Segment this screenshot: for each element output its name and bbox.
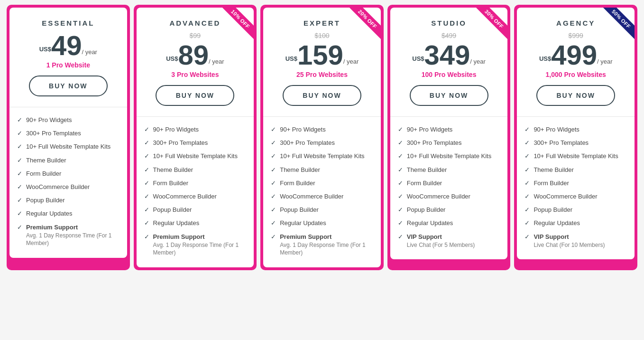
list-item: ✓300+ Pro Templates — [17, 129, 120, 138]
list-item: ✓Regular Updates — [524, 219, 627, 227]
feature-sublabel: Live Chat (For 10 Members) — [534, 241, 605, 249]
price-amount-agency: 499 — [551, 41, 597, 69]
feature-label: Premium Support — [26, 223, 120, 232]
list-item: ✓Popup Builder — [17, 196, 120, 205]
list-item: ✓Theme Builder — [271, 166, 373, 174]
feature-text-wrapper: VIP SupportLive Chat (For 10 Members) — [534, 233, 605, 249]
currency-advanced: US$ — [166, 55, 178, 62]
feature-text-wrapper: Popup Builder — [280, 206, 319, 214]
list-item: ✓Popup Builder — [271, 206, 373, 214]
feature-label: Form Builder — [26, 170, 61, 178]
discount-badge-expert: 20% OFF — [343, 8, 381, 46]
checkmark-icon: ✓ — [144, 219, 149, 227]
websites-count-advanced: 3 Pro Websites — [146, 71, 245, 78]
websites-count-agency: 1,000 Pro Websites — [526, 71, 625, 78]
feature-label: WooCommerce Builder — [280, 192, 343, 201]
checkmark-icon: ✓ — [271, 206, 276, 213]
feature-label: Form Builder — [534, 179, 569, 188]
currency-expert: US$ — [285, 55, 297, 62]
feature-text-wrapper: Popup Builder — [26, 196, 65, 205]
checkmark-icon: ✓ — [398, 233, 403, 240]
checkmark-icon: ✓ — [271, 126, 276, 133]
feature-sublabel: Live Chat (For 5 Members) — [407, 241, 475, 249]
plan-card-expert: 20% OFFEXPERT$100US$159/ year25 Pro Webs… — [263, 8, 381, 267]
feature-label: Popup Builder — [26, 196, 65, 205]
feature-label: 300+ Pro Templates — [26, 129, 81, 138]
buy-button-agency[interactable]: BUY NOW — [536, 85, 615, 106]
feature-text-wrapper: Popup Builder — [153, 206, 192, 214]
feature-text-wrapper: VIP SupportLive Chat (For 5 Members) — [407, 233, 475, 249]
checkmark-icon: ✓ — [398, 126, 403, 133]
checkmark-icon: ✓ — [398, 219, 403, 227]
feature-label: Theme Builder — [407, 166, 447, 174]
checkmark-icon: ✓ — [17, 224, 22, 231]
feature-text-wrapper: Form Builder — [26, 170, 61, 178]
discount-badge-text-expert: 20% OFF — [347, 8, 380, 39]
buy-button-essential[interactable]: BUY NOW — [29, 76, 108, 96]
list-item: ✓90+ Pro Widgets — [398, 125, 500, 134]
checkmark-icon: ✓ — [398, 139, 403, 146]
feature-text-wrapper: 300+ Pro Templates — [280, 139, 335, 147]
list-item: ✓90+ Pro Widgets — [271, 125, 373, 134]
list-item: ✓Theme Builder — [524, 166, 627, 174]
checkmark-icon: ✓ — [17, 157, 22, 164]
feature-text-wrapper: Regular Updates — [407, 219, 453, 227]
checkmark-icon: ✓ — [144, 193, 149, 200]
checkmark-icon: ✓ — [144, 206, 149, 213]
buy-button-studio[interactable]: BUY NOW — [410, 85, 488, 106]
buy-button-advanced[interactable]: BUY NOW — [156, 85, 234, 106]
checkmark-icon: ✓ — [271, 152, 276, 160]
currency-essential: US$ — [39, 46, 51, 53]
list-item: ✓90+ Pro Widgets — [17, 116, 120, 124]
feature-text-wrapper: Form Builder — [407, 179, 442, 188]
feature-label: 90+ Pro Widgets — [153, 125, 199, 134]
feature-label: VIP Support — [534, 233, 605, 241]
list-item: ✓90+ Pro Widgets — [144, 125, 247, 134]
feature-text-wrapper: Premium SupportAvg. 1 Day Response Time … — [26, 223, 120, 248]
feature-text-wrapper: 90+ Pro Widgets — [26, 116, 72, 124]
feature-label: 90+ Pro Widgets — [407, 125, 452, 134]
feature-text-wrapper: 10+ Full Website Template Kits — [534, 152, 618, 161]
discount-badge-text-advanced: 10% OFF — [221, 8, 254, 39]
checkmark-icon: ✓ — [144, 139, 149, 146]
checkmark-icon: ✓ — [524, 179, 530, 187]
feature-label: Theme Builder — [534, 166, 574, 174]
list-item: ✓Regular Updates — [17, 209, 120, 218]
checkmark-icon: ✓ — [271, 193, 276, 200]
checkmark-icon: ✓ — [524, 166, 530, 173]
feature-label: 10+ Full Website Template Kits — [26, 142, 110, 151]
discount-badge-studio: 30% OFF — [469, 8, 507, 46]
checkmark-icon: ✓ — [398, 193, 403, 200]
checkmark-icon: ✓ — [17, 197, 22, 204]
feature-text-wrapper: Regular Updates — [534, 219, 580, 227]
price-row-essential: US$49/ year — [19, 32, 118, 59]
feature-text-wrapper: 10+ Full Website Template Kits — [407, 152, 491, 161]
currency-agency: US$ — [539, 55, 551, 62]
buy-button-expert[interactable]: BUY NOW — [283, 85, 361, 106]
list-item: ✓10+ Full Website Template Kits — [398, 152, 500, 161]
feature-label: Regular Updates — [534, 219, 580, 227]
checkmark-icon: ✓ — [271, 139, 276, 146]
list-item: ✓300+ Pro Templates — [144, 139, 247, 147]
feature-text-wrapper: WooCommerce Builder — [534, 192, 597, 201]
pricing-grid: ESSENTIALUS$49/ year1 Pro WebsiteBUY NOW… — [5, 5, 639, 270]
feature-label: Regular Updates — [26, 209, 73, 218]
feature-label: Theme Builder — [26, 156, 66, 165]
checkmark-icon: ✓ — [144, 233, 149, 240]
list-item: ✓Regular Updates — [271, 219, 373, 227]
feature-label: 90+ Pro Widgets — [26, 116, 72, 124]
checkmark-icon: ✓ — [524, 193, 530, 200]
plan-top-essential: ESSENTIALUS$49/ year1 Pro WebsiteBUY NOW — [9, 8, 127, 107]
list-item: ✓Theme Builder — [144, 166, 247, 174]
feature-text-wrapper: Regular Updates — [153, 219, 200, 227]
websites-count-essential: 1 Pro Website — [19, 61, 118, 69]
feature-label: Form Builder — [153, 179, 188, 188]
feature-text-wrapper: Form Builder — [153, 179, 188, 188]
feature-label: Regular Updates — [407, 219, 453, 227]
feature-label: 300+ Pro Templates — [280, 139, 335, 147]
feature-label: Popup Builder — [534, 206, 572, 214]
feature-text-wrapper: 90+ Pro Widgets — [407, 125, 452, 134]
list-item: ✓VIP SupportLive Chat (For 5 Members) — [398, 233, 500, 249]
plan-top-studio: 30% OFFSTUDIO$499US$349/ year100 Pro Web… — [390, 8, 508, 117]
list-item: ✓WooCommerce Builder — [524, 192, 627, 201]
